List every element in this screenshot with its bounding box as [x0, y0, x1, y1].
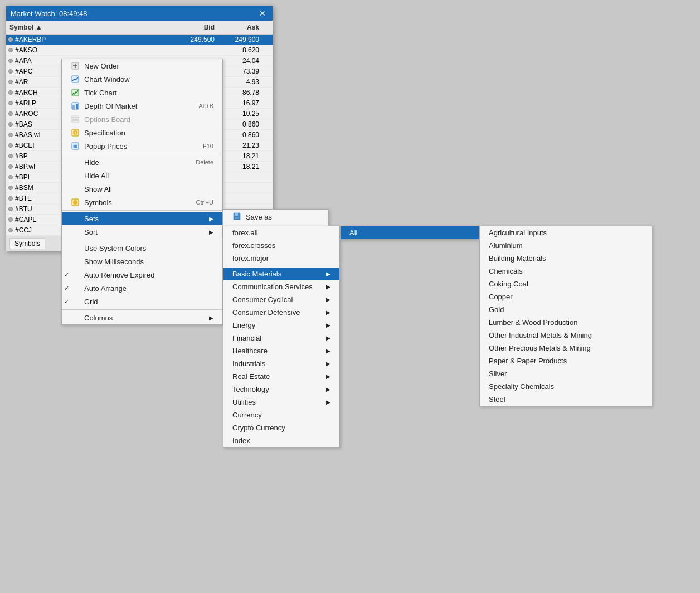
bm-item-8[interactable]: Other Industrial Metals & Mining — [480, 329, 652, 342]
add-sector-5[interactable]: Financial ▶ — [223, 332, 339, 344]
menu-item-symbols[interactable]: Symbols Ctrl+U — [62, 196, 222, 209]
menu-item-new-order[interactable]: New Order — [62, 59, 222, 72]
bm-item-6[interactable]: Gold — [480, 303, 652, 316]
add-sector-1[interactable]: Communication Services ▶ — [223, 280, 339, 293]
menu-item-specification[interactable]: $ Specification — [62, 126, 222, 139]
row-scroll-12 — [262, 166, 273, 168]
menu-label: Auto Remove Expired — [84, 271, 154, 279]
symbol-text: #BTE — [15, 195, 32, 202]
status-dot — [8, 122, 13, 127]
menu-item-columns[interactable]: Columns ▶ — [62, 311, 222, 324]
bm-item-5[interactable]: Copper — [480, 290, 652, 303]
row-scroll-7 — [262, 113, 273, 115]
table-row[interactable]: #AKSO 8.620 — [6, 45, 273, 56]
bm-item-12[interactable]: Specialty Chemicals — [480, 380, 652, 393]
symbol-text: #AKERBP — [15, 36, 46, 43]
close-button[interactable]: ✕ — [257, 9, 268, 18]
menu-item-hide-all[interactable]: Hide All — [62, 169, 222, 182]
symbol-text: #ARCH — [15, 89, 38, 96]
add-submenu: forex.allforex.crossesforex.major Basic … — [223, 226, 340, 448]
options-icon — [71, 115, 80, 124]
add-sector-2[interactable]: Consumer Cyclical ▶ — [223, 293, 339, 306]
menu-item-show-milliseconds[interactable]: Show Milliseconds — [62, 255, 222, 268]
col-bid-header[interactable]: Bid — [162, 22, 218, 32]
row-ask-7: 10.25 — [218, 109, 262, 119]
menu-icon-17 — [71, 297, 80, 306]
menu-item-popup-prices[interactable]: ▦ Popup Prices F10 — [62, 139, 222, 153]
bm-item-3[interactable]: Chemicals — [480, 265, 652, 278]
menu-item-chart-window[interactable]: Chart Window — [62, 72, 222, 86]
sets-save-as[interactable]: Save as — [223, 210, 328, 225]
add-sector-3[interactable]: Consumer Defensive ▶ — [223, 306, 339, 319]
add-sector-12[interactable]: Crypto Currency — [223, 421, 339, 434]
bm-item-11[interactable]: Silver — [480, 367, 652, 380]
row-scroll-6 — [262, 102, 273, 104]
add-sector-6[interactable]: Healthcare ▶ — [223, 344, 339, 357]
menu-item-hide[interactable]: Hide Delete — [62, 155, 222, 169]
status-dot — [8, 164, 13, 169]
menu-icon-7 — [71, 158, 80, 167]
tab-symbols[interactable]: Symbols — [9, 238, 45, 249]
menu-item-depth-of-market[interactable]: Depth Of Market Alt+B — [62, 99, 222, 113]
table-header: Symbol ▲ Bid Ask — [6, 21, 273, 35]
bm-label: Lumber & Wood Production — [489, 318, 577, 327]
add-forex-1[interactable]: forex.crosses — [223, 239, 339, 252]
bm-item-7[interactable]: Lumber & Wood Production — [480, 316, 652, 329]
row-ask-4: 4.93 — [218, 77, 262, 87]
sector-label: Consumer Defensive — [232, 308, 300, 317]
bm-item-1[interactable]: Aluminium — [480, 239, 652, 252]
bm-item-2[interactable]: Building Materials — [480, 252, 652, 265]
menu-label: Auto Arrange — [84, 284, 127, 293]
svg-text:$: $ — [75, 131, 77, 135]
menu-item-sets[interactable]: Sets ▶ — [62, 212, 222, 225]
menu-item-use-system-colors[interactable]: Use System Colors — [62, 241, 222, 255]
menu-item-auto-arrange[interactable]: Auto Arrange — [62, 281, 222, 295]
col-ask-header[interactable]: Ask — [218, 22, 262, 32]
svg-rect-7 — [76, 104, 78, 109]
menu-label: Show Milliseconds — [84, 257, 144, 266]
chart-icon — [71, 75, 80, 84]
bm-item-0[interactable]: Agricultural Inputs — [480, 226, 652, 239]
row-scroll-5 — [262, 91, 273, 94]
add-sector-0[interactable]: Basic Materials ▶ — [223, 268, 339, 280]
add-sector-13[interactable]: Index — [223, 434, 339, 447]
menu-label: New Order — [84, 62, 119, 70]
row-ask-11: 18.21 — [218, 151, 262, 161]
bm-item-9[interactable]: Other Precious Metals & Mining — [480, 342, 652, 354]
row-symbol-1: #AKSO — [6, 45, 162, 55]
menu-item-show-all[interactable]: Show All — [62, 182, 222, 196]
bm-all[interactable]: All — [341, 226, 479, 239]
row-ask-2: 24.04 — [218, 56, 262, 66]
add-sector-4[interactable]: Energy ▶ — [223, 319, 339, 332]
bm-item-10[interactable]: Paper & Paper Products — [480, 354, 652, 367]
forex-label: forex.all — [232, 229, 258, 237]
sector-arrow: ▶ — [326, 373, 330, 380]
save-icon — [232, 212, 241, 222]
add-forex-0[interactable]: forex.all — [223, 226, 339, 239]
symbol-text: #ARLP — [15, 99, 36, 107]
menu-item-options-board[interactable]: Options Board — [62, 113, 222, 126]
col-symbol-header[interactable]: Symbol ▲ — [6, 22, 162, 32]
symbol-text: #BCEI — [15, 142, 35, 149]
table-row[interactable]: #AKERBP 249.500 249.900 — [6, 35, 273, 45]
bm-label: Other Precious Metals & Mining — [489, 344, 591, 352]
menu-label: Show All — [84, 185, 112, 193]
menu-label: Hide — [84, 158, 99, 167]
menu-item-auto-remove-expired[interactable]: Auto Remove Expired — [62, 268, 222, 281]
add-forex-2[interactable]: forex.major — [223, 252, 339, 265]
menu-label: Sets — [84, 215, 99, 223]
menu-item-grid[interactable]: Grid — [62, 295, 222, 308]
add-sector-7[interactable]: Industrials ▶ — [223, 357, 339, 370]
status-dot — [8, 59, 13, 63]
menu-item-sort[interactable]: Sort ▶ — [62, 225, 222, 239]
menu-item-tick-chart[interactable]: Tick Chart — [62, 86, 222, 99]
add-sector-9[interactable]: Technology ▶ — [223, 383, 339, 396]
bm-item-13[interactable]: Steel — [480, 393, 652, 406]
add-sector-10[interactable]: Utilities ▶ — [223, 396, 339, 409]
add-sector-11[interactable]: Currency — [223, 409, 339, 421]
row-scroll-9 — [262, 134, 273, 136]
row-ask-6: 16.97 — [218, 98, 262, 108]
add-sector-8[interactable]: Real Estate ▶ — [223, 370, 339, 383]
bm-item-4[interactable]: Coking Coal — [480, 278, 652, 290]
menu-label: Columns — [84, 314, 113, 322]
